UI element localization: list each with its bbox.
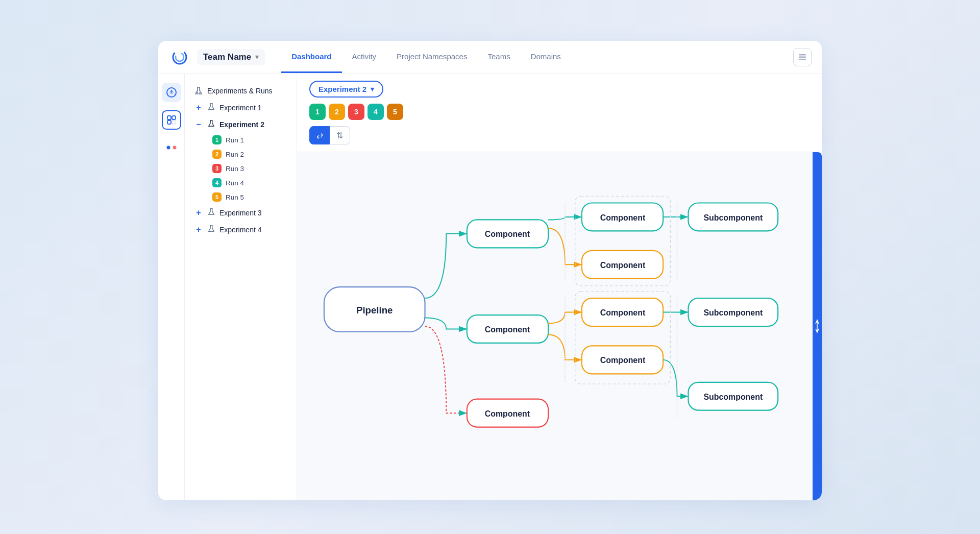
experiments-nav-icon[interactable] — [162, 83, 181, 102]
svg-text:Component: Component — [600, 213, 646, 222]
run-badge-3[interactable]: 3 — [348, 104, 364, 120]
sidebar-experiment-2[interactable]: − Experiment 2 — [189, 116, 292, 133]
run-badges: 1 2 3 4 5 — [309, 104, 810, 120]
sidebar-experiments-runs[interactable]: Experiments & Runs — [189, 83, 292, 99]
svg-text:Component: Component — [485, 325, 530, 334]
experiment-4-flask-icon — [207, 225, 215, 234]
pipeline-diagram: Pipeline Component Component Subcomponen… — [307, 162, 812, 490]
run-4-label: Run 4 — [226, 179, 244, 187]
tab-project-namespaces[interactable]: Project Namespaces — [386, 41, 477, 73]
svg-text:Component: Component — [600, 261, 646, 270]
experiment-3-flask-icon — [207, 208, 215, 217]
run-badge-5[interactable]: 5 — [387, 104, 403, 120]
horizontal-view-btn[interactable]: ⇄ — [309, 126, 330, 144]
run-5-label: Run 5 — [226, 193, 244, 201]
expand-icon-1[interactable]: + — [194, 103, 203, 112]
svg-rect-3 — [799, 56, 806, 58]
sidebar-experiment-1[interactable]: + Experiment 1 — [189, 99, 292, 116]
svg-text:Subcomponent: Subcomponent — [703, 308, 763, 317]
sidebar-experiment-3[interactable]: + Experiment 3 — [189, 204, 292, 221]
experiments-runs-label: Experiments & Runs — [207, 87, 273, 95]
expand-icon-3[interactable]: + — [194, 208, 203, 217]
run-5-dot: 5 — [212, 192, 222, 202]
tab-domains[interactable]: Domains — [521, 41, 571, 73]
svg-text:Subcomponent: Subcomponent — [703, 393, 763, 401]
main-body: Experiments & Runs + Experiment 1 − — [158, 74, 822, 500]
tab-teams[interactable]: Teams — [477, 41, 520, 73]
svg-point-1 — [176, 53, 184, 61]
svg-text:Component: Component — [485, 230, 530, 238]
sidebar-icon-rail — [158, 74, 185, 500]
settings-icon-btn[interactable] — [793, 48, 812, 66]
svg-rect-2 — [799, 54, 806, 56]
team-name-label: Team Name — [203, 52, 251, 62]
svg-rect-7 — [167, 116, 171, 119]
diagram-area: Pipeline Component Component Subcomponen… — [297, 152, 822, 500]
flask-icon — [194, 86, 203, 95]
view-toggle: ⇄ ⇅ — [309, 126, 810, 144]
svg-text:Pipeline: Pipeline — [356, 305, 393, 315]
svg-rect-9 — [167, 120, 171, 124]
experiment-selector[interactable]: Experiment 2 ▾ — [309, 81, 383, 98]
logo — [170, 48, 189, 66]
run-1-label: Run 1 — [226, 136, 244, 144]
main-content: Experiment 2 ▾ 1 2 3 4 5 ⇄ ⇅ — [297, 74, 822, 500]
experiment-2-flask-icon — [207, 119, 215, 129]
vertical-view-btn[interactable]: ⇅ — [330, 126, 350, 144]
experiment-selector-label: Experiment 2 — [318, 85, 366, 93]
app-window: Team Name ▾ Dashboard Activity Project N… — [158, 41, 822, 500]
header-right — [793, 48, 822, 66]
chevron-down-icon: ▾ — [255, 53, 259, 61]
sidebar-nav: Experiments & Runs + Experiment 1 − — [185, 74, 297, 500]
svg-point-14 — [199, 92, 200, 93]
svg-text:Subcomponent: Subcomponent — [703, 213, 763, 222]
sidebar-run-5[interactable]: 5 Run 5 — [189, 190, 292, 204]
run-3-dot: 3 — [212, 164, 222, 173]
svg-rect-10 — [172, 120, 176, 124]
svg-text:Component: Component — [600, 356, 646, 365]
sidebar-run-4[interactable]: 4 Run 4 — [189, 176, 292, 190]
svg-text:Component: Component — [485, 409, 530, 418]
experiment-1-flask-icon — [207, 103, 215, 112]
experiment-2-label: Experiment 2 — [219, 120, 264, 129]
run-badge-1[interactable]: 1 — [309, 104, 326, 120]
svg-rect-8 — [172, 116, 176, 119]
experiment-selector-chevron: ▾ — [371, 85, 374, 93]
sidebar-run-3[interactable]: 3 Run 3 — [189, 161, 292, 176]
run-badge-4[interactable]: 4 — [368, 104, 384, 120]
sidebar-experiment-4[interactable]: + Experiment 4 — [189, 221, 292, 238]
experiment-4-label: Experiment 4 — [219, 226, 261, 234]
sidebar-run-1[interactable]: 1 Run 1 — [189, 133, 292, 147]
collapse-icon-2[interactable]: − — [194, 120, 203, 129]
svg-point-13 — [197, 92, 198, 93]
run-3-label: Run 3 — [226, 165, 244, 173]
experiments-section: Experiments & Runs + Experiment 1 − — [185, 83, 297, 238]
tab-dashboard[interactable]: Dashboard — [281, 41, 341, 73]
run-4-dot: 4 — [212, 178, 222, 187]
svg-point-11 — [166, 146, 170, 150]
sidebar-run-2[interactable]: 2 Run 2 — [189, 147, 292, 161]
team-selector[interactable]: Team Name ▾ — [197, 49, 265, 65]
tab-activity[interactable]: Activity — [342, 41, 387, 73]
content-toolbar: Experiment 2 ▾ 1 2 3 4 5 ⇄ ⇅ — [297, 74, 822, 152]
right-panel-toggle[interactable] — [813, 152, 822, 500]
expand-icon-4[interactable]: + — [194, 225, 203, 234]
run-badge-2[interactable]: 2 — [329, 104, 345, 120]
experiment-1-label: Experiment 1 — [219, 104, 261, 112]
svg-text:Component: Component — [600, 308, 646, 317]
nav-tabs: Dashboard Activity Project Namespaces Te… — [281, 41, 793, 73]
run-2-dot: 2 — [212, 150, 222, 159]
svg-point-12 — [173, 146, 176, 150]
svg-rect-4 — [799, 59, 806, 60]
dots-nav-icon[interactable] — [162, 138, 181, 157]
header: Team Name ▾ Dashboard Activity Project N… — [158, 41, 822, 74]
card-nav-icon[interactable] — [162, 110, 181, 130]
experiment-3-label: Experiment 3 — [219, 209, 261, 217]
run-1-dot: 1 — [212, 135, 222, 144]
run-2-label: Run 2 — [226, 151, 244, 158]
